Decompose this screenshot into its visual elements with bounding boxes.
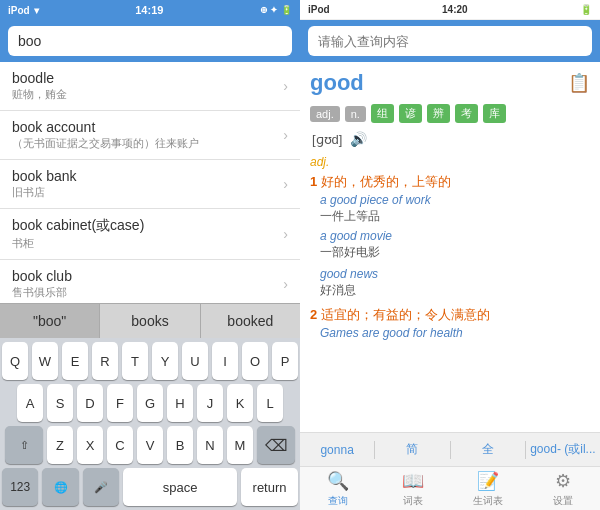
example-zh-news: 好消息 — [320, 282, 590, 299]
key-w[interactable]: W — [32, 342, 58, 380]
related-gonna[interactable]: gonna — [300, 439, 374, 461]
pronunciation-text: [ɡʊd] — [312, 132, 342, 147]
suggestion-item[interactable]: book club 售书俱乐部 › — [0, 260, 300, 303]
suggestion-item[interactable]: boodle 赃物，贿金 › — [0, 62, 300, 111]
suggestion-translation: （无书面证据之交易事项的）往来账户 — [12, 136, 199, 151]
key-z[interactable]: Z — [47, 426, 73, 464]
key-h[interactable]: H — [167, 384, 193, 422]
mic-key[interactable]: 🎤 — [83, 468, 119, 506]
suggestion-translation: 售书俱乐部 — [12, 285, 72, 300]
suggestion-translation: 赃物，贿金 — [12, 87, 67, 102]
key-r[interactable]: R — [92, 342, 118, 380]
nav-wordlist[interactable]: 📖 词表 — [375, 467, 450, 510]
nav-search[interactable]: 🔍 查询 — [300, 467, 375, 510]
autocomplete-booked[interactable]: booked — [201, 304, 300, 338]
example-en-news: good news — [320, 267, 590, 281]
example-zh-1b: 一部好电影 — [320, 244, 590, 261]
autocomplete-books[interactable]: books — [100, 304, 200, 338]
pos-tab-adj[interactable]: adj. — [310, 106, 340, 122]
word-header: good 📋 — [300, 62, 600, 100]
key-l[interactable]: L — [257, 384, 283, 422]
key-k[interactable]: K — [227, 384, 253, 422]
key-e[interactable]: E — [62, 342, 88, 380]
space-key[interactable]: space — [123, 468, 237, 506]
shift-key[interactable]: ⇧ — [5, 426, 43, 464]
example-en-1a: a good piece of work — [320, 193, 590, 207]
example-en-1b: a good movie — [320, 229, 590, 243]
nav-vocab[interactable]: 📝 生词表 — [450, 467, 525, 510]
keyboard-row-1: Q W E R T Y U I O P — [2, 342, 298, 380]
speaker-icon[interactable]: 🔊 — [350, 131, 367, 147]
suggestion-word: book bank — [12, 168, 77, 184]
pos-tab-proverb[interactable]: 谚 — [399, 104, 422, 123]
word-title: good — [310, 70, 364, 96]
save-icon[interactable]: 📋 — [568, 72, 590, 94]
key-a[interactable]: A — [17, 384, 43, 422]
right-status-bar: iPod 14:20 🔋 — [300, 0, 600, 20]
key-u[interactable]: U — [182, 342, 208, 380]
related-good-prefix[interactable]: good- (或il... — [526, 437, 600, 462]
pos-label-adj: adj. — [310, 155, 590, 169]
key-x[interactable]: X — [77, 426, 103, 464]
autocomplete-boo[interactable]: "boo" — [0, 304, 100, 338]
def-item-2: 2 适宜的；有益的；令人满意的 Games are good for healt… — [310, 305, 590, 340]
keyboard-row-4: 123 🌐 🎤 space return — [2, 468, 298, 506]
pos-tab-n[interactable]: n. — [345, 106, 366, 122]
suggestion-content: book cabinet(或case) 书柜 — [12, 217, 144, 251]
def-line-1: 1 好的，优秀的，上等的 — [310, 172, 590, 191]
key-q[interactable]: Q — [2, 342, 28, 380]
key-b[interactable]: B — [167, 426, 193, 464]
suggestion-content: boodle 赃物，贿金 — [12, 70, 67, 102]
suggestion-item[interactable]: book bank 旧书店 › — [0, 160, 300, 209]
left-search-bar — [0, 20, 300, 62]
def-number-1: 1 — [310, 174, 321, 189]
pos-tab-library[interactable]: 库 — [483, 104, 506, 123]
key-y[interactable]: Y — [152, 342, 178, 380]
suggestion-content: book club 售书俱乐部 — [12, 268, 72, 300]
pos-tab-exam[interactable]: 考 — [455, 104, 478, 123]
num-key[interactable]: 123 — [2, 468, 38, 506]
nav-vocab-label: 生词表 — [473, 494, 503, 508]
keyboard: Q W E R T Y U I O P A S D F G H J K L ⇧ … — [0, 338, 300, 510]
suggestion-content: book bank 旧书店 — [12, 168, 77, 200]
suggestion-translation: 书柜 — [12, 236, 144, 251]
pos-tab-distinguish[interactable]: 辨 — [427, 104, 450, 123]
key-m[interactable]: M — [227, 426, 253, 464]
chevron-icon: › — [283, 78, 288, 94]
key-s[interactable]: S — [47, 384, 73, 422]
suggestion-word: book account — [12, 119, 199, 135]
key-n[interactable]: N — [197, 426, 223, 464]
delete-key[interactable]: ⌫ — [257, 426, 295, 464]
key-o[interactable]: O — [242, 342, 268, 380]
key-c[interactable]: C — [107, 426, 133, 464]
globe-key[interactable]: 🌐 — [42, 468, 78, 506]
suggestion-item[interactable]: book cabinet(或case) 书柜 › — [0, 209, 300, 260]
key-f[interactable]: F — [107, 384, 133, 422]
left-status-right: ⊕ ✦ 🔋 — [260, 5, 292, 15]
bottom-nav: 🔍 查询 📖 词表 📝 生词表 ⚙ 设置 — [300, 466, 600, 510]
related-simple[interactable]: 简 — [375, 437, 449, 462]
key-i[interactable]: I — [212, 342, 238, 380]
def-chinese-1: 好的，优秀的，上等的 — [321, 174, 451, 189]
key-j[interactable]: J — [197, 384, 223, 422]
right-search-input[interactable] — [308, 26, 592, 56]
related-full[interactable]: 全 — [451, 437, 525, 462]
return-key[interactable]: return — [241, 468, 298, 506]
pos-tab-group[interactable]: 组 — [371, 104, 394, 123]
example-zh-1a: 一件上等品 — [320, 208, 590, 225]
nav-settings[interactable]: ⚙ 设置 — [525, 467, 600, 510]
chevron-icon: › — [283, 226, 288, 242]
key-d[interactable]: D — [77, 384, 103, 422]
suggestion-content: book account （无书面证据之交易事项的）往来账户 — [12, 119, 199, 151]
key-p[interactable]: P — [272, 342, 298, 380]
suggestion-word: boodle — [12, 70, 67, 86]
key-g[interactable]: G — [137, 384, 163, 422]
pronunciation: [ɡʊd] 🔊 — [300, 127, 600, 151]
key-v[interactable]: V — [137, 426, 163, 464]
keyboard-row-2: A S D F G H J K L — [2, 384, 298, 422]
left-search-input[interactable] — [8, 26, 292, 56]
def-item-1: 1 好的，优秀的，上等的 a good piece of work 一件上等品 … — [310, 172, 590, 261]
key-t[interactable]: T — [122, 342, 148, 380]
suggestion-item[interactable]: book account （无书面证据之交易事项的）往来账户 › — [0, 111, 300, 160]
chevron-icon: › — [283, 127, 288, 143]
